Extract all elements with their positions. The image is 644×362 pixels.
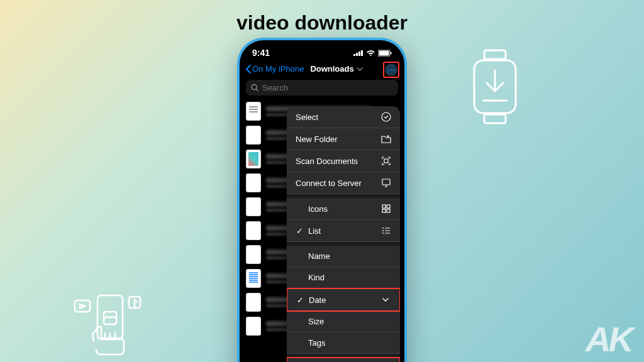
menu-label: Name: [308, 251, 330, 261]
checkmark-icon: ✓: [296, 295, 304, 305]
svg-rect-19: [391, 52, 392, 54]
menu-label: Size: [308, 317, 324, 326]
menu-label: Tags: [308, 338, 325, 348]
status-time: 9:41: [252, 48, 270, 58]
menu-sort-name[interactable]: Name: [287, 246, 400, 267]
svg-rect-13: [353, 54, 355, 56]
file-icon: [246, 269, 261, 288]
svg-rect-35: [387, 209, 390, 212]
svg-rect-7: [75, 300, 90, 312]
search-bar[interactable]: [246, 80, 398, 96]
list-icon: [381, 226, 391, 236]
server-icon: [381, 178, 391, 188]
checkmark-circle-icon: [381, 112, 391, 122]
wifi-icon: [366, 50, 375, 57]
menu-label: Kind: [308, 273, 325, 282]
svg-rect-1: [484, 114, 506, 123]
svg-line-24: [256, 89, 258, 91]
svg-point-25: [382, 112, 391, 121]
file-icon: [246, 245, 261, 264]
search-input[interactable]: [262, 83, 393, 92]
nav-bar: On My iPhone Downloads: [240, 60, 404, 77]
file-icon: [246, 317, 261, 336]
title: video downloader: [236, 11, 408, 35]
folder-plus-icon: [381, 134, 391, 144]
search-icon: [251, 84, 258, 92]
svg-rect-0: [484, 50, 506, 59]
svg-point-20: [388, 69, 389, 70]
social-media-phone-icon: [66, 288, 154, 357]
file-icon: [246, 150, 261, 168]
menu-sort-tags[interactable]: Tags: [287, 332, 400, 354]
menu-label: New Folder: [296, 134, 337, 144]
svg-rect-34: [382, 209, 386, 212]
phone-frame: 9:41 On My iPhone Downloads: [237, 38, 407, 362]
menu-icons-view[interactable]: Icons: [287, 198, 400, 220]
phone-screen: 9:41 On My iPhone Downloads: [240, 40, 404, 362]
file-icon: [246, 126, 261, 145]
svg-point-21: [391, 69, 392, 70]
scan-icon: [381, 156, 391, 166]
menu-view-options[interactable]: View Options: [287, 357, 400, 362]
menu-select[interactable]: Select: [287, 106, 400, 128]
menu-sort-kind[interactable]: Kind: [287, 267, 400, 288]
svg-marker-8: [80, 304, 85, 308]
back-label: On My iPhone: [252, 64, 304, 74]
menu-label: Connect to Server: [296, 178, 362, 188]
menu-list-view[interactable]: ✓List: [287, 220, 400, 242]
status-icons: [353, 50, 392, 57]
menu-label: Icons: [308, 204, 328, 214]
svg-rect-29: [382, 179, 390, 185]
file-icon: [246, 173, 261, 192]
menu-label: List: [308, 226, 321, 236]
file-icon: [246, 197, 261, 216]
chevron-down-icon: [380, 295, 391, 305]
context-menu: Select New Folder Scan Documents Connect…: [287, 106, 400, 362]
svg-rect-18: [379, 50, 389, 55]
more-options-button[interactable]: [383, 62, 399, 78]
back-button[interactable]: On My iPhone: [246, 64, 304, 74]
chevron-left-icon: [246, 65, 251, 74]
svg-rect-32: [382, 205, 386, 208]
svg-rect-15: [358, 52, 360, 56]
chevron-down-icon: [357, 65, 363, 72]
grid-icon: [381, 204, 391, 214]
svg-rect-33: [387, 205, 390, 208]
status-bar: 9:41: [240, 40, 404, 60]
svg-point-22: [393, 69, 394, 70]
menu-new-folder[interactable]: New Folder: [287, 128, 400, 150]
file-icon: [246, 102, 261, 121]
menu-scan-documents[interactable]: Scan Documents: [287, 150, 400, 172]
svg-point-40: [382, 233, 384, 234]
file-icon: [246, 221, 261, 240]
svg-rect-14: [356, 53, 358, 56]
smartwatch-download-icon: [467, 49, 523, 124]
svg-point-38: [382, 230, 384, 231]
ellipsis-circle-icon: [385, 63, 397, 76]
checkmark-icon: ✓: [296, 226, 303, 236]
menu-label: Date: [309, 295, 326, 305]
svg-rect-16: [361, 50, 363, 56]
brand-logo: AK: [586, 319, 631, 359]
menu-label: Select: [296, 112, 318, 122]
svg-rect-28: [384, 159, 388, 163]
nav-title[interactable]: Downloads: [310, 64, 353, 74]
menu-label: Scan Documents: [296, 156, 358, 166]
menu-sort-date[interactable]: ✓Date: [287, 288, 400, 312]
svg-point-36: [382, 228, 384, 229]
cellular-icon: [353, 50, 364, 56]
menu-sort-size[interactable]: Size: [287, 311, 400, 332]
file-icon: [246, 293, 261, 312]
menu-connect-server[interactable]: Connect to Server: [287, 172, 400, 194]
battery-icon: [378, 50, 392, 57]
